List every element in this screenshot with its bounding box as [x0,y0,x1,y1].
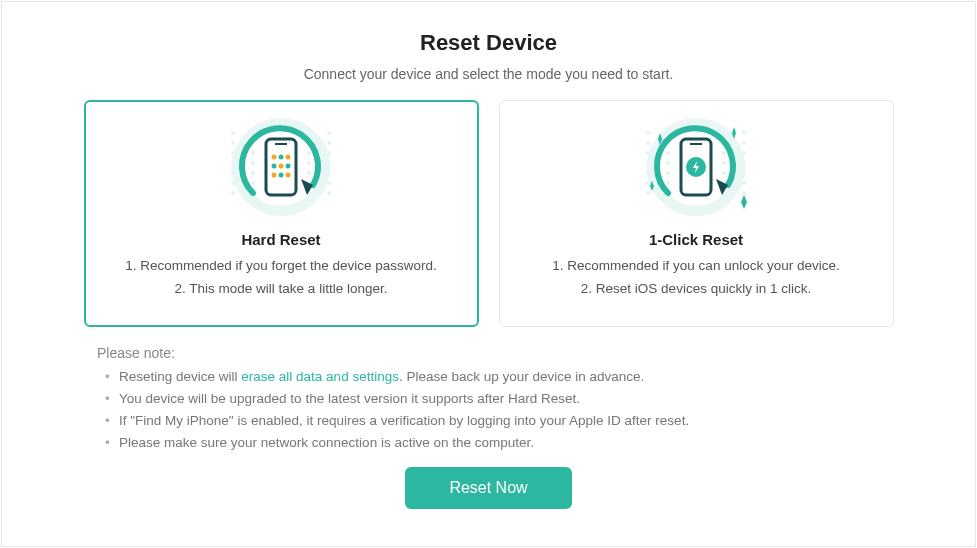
hard-reset-icon [103,113,460,221]
svg-point-9 [251,151,255,155]
page-subtitle: Connect your device and select the mode … [42,66,935,82]
reset-now-button[interactable]: Reset Now [405,467,571,509]
card-one-click-reset-title: 1-Click Reset [518,231,875,248]
card-hard-reset-title: Hard Reset [103,231,460,248]
svg-point-41 [646,131,650,135]
svg-point-1 [231,141,235,145]
svg-point-16 [307,151,311,155]
svg-point-36 [279,164,284,169]
svg-point-53 [666,181,670,185]
svg-point-40 [286,173,291,178]
svg-point-38 [272,173,277,178]
svg-point-51 [666,161,670,165]
svg-point-32 [272,155,277,160]
note-item-4: Please make sure your network connection… [105,435,880,450]
svg-point-10 [251,161,255,165]
card-one-click-reset[interactable]: 1-Click Reset 1. Recommended if you can … [499,100,894,327]
svg-point-58 [722,161,726,165]
svg-point-33 [279,155,284,160]
svg-point-42 [646,141,650,145]
svg-point-12 [251,181,255,185]
svg-point-59 [722,171,726,175]
note-1-highlight: erase all data and settings [241,369,399,384]
svg-point-47 [646,191,650,195]
card-hard-reset-line2: 2. This mode will take a little longer. [103,281,460,296]
svg-point-63 [742,141,746,145]
note-item-2: You device will be upgraded to the lates… [105,391,880,406]
svg-point-68 [742,191,746,195]
note-1-suffix: . Please back up your device in advance. [399,369,644,384]
page-title: Reset Device [42,30,935,56]
svg-point-35 [272,164,277,169]
note-item-1: Reseting device will erase all data and … [105,369,880,384]
svg-point-37 [286,164,291,169]
svg-point-22 [327,141,331,145]
svg-point-18 [307,171,311,175]
notes-heading: Please note: [97,345,880,361]
svg-point-62 [742,131,746,135]
svg-point-52 [666,171,670,175]
note-1-prefix: Reseting device will [119,369,241,384]
mode-cards: Hard Reset 1. Recommended if you forget … [42,100,935,327]
svg-point-0 [231,131,235,135]
svg-point-39 [279,173,284,178]
svg-point-11 [251,171,255,175]
card-one-click-reset-line2: 2. Reset iOS devices quickly in 1 click. [518,281,875,296]
svg-point-17 [307,161,311,165]
one-click-reset-icon [518,113,875,221]
svg-point-21 [327,131,331,135]
svg-point-34 [286,155,291,160]
svg-point-6 [231,191,235,195]
svg-point-50 [666,151,670,155]
card-hard-reset[interactable]: Hard Reset 1. Recommended if you forget … [84,100,479,327]
card-hard-reset-line1: 1. Recommended if you forget the device … [103,258,460,273]
notes-section: Please note: Reseting device will erase … [97,345,880,457]
svg-point-27 [327,191,331,195]
note-item-3: If "Find My iPhone" is enabled, it requi… [105,413,880,428]
card-one-click-reset-line1: 1. Recommended if you can unlock your de… [518,258,875,273]
svg-point-57 [722,151,726,155]
